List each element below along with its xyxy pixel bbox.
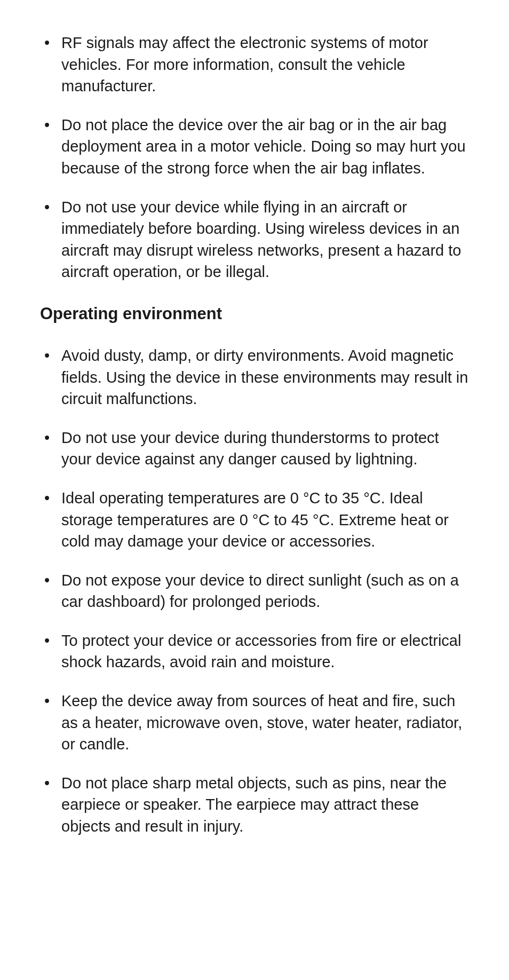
list-item: To protect your device or accessories fr… bbox=[40, 630, 469, 673]
list-item: Do not use your device during thundersto… bbox=[40, 427, 469, 470]
list-item: Ideal operating temperatures are 0 °C to… bbox=[40, 487, 469, 552]
list-item: Do not place the device over the air bag… bbox=[40, 114, 469, 179]
list-item: Avoid dusty, damp, or dirty environments… bbox=[40, 345, 469, 410]
list-item: Keep the device away from sources of hea… bbox=[40, 690, 469, 755]
list-item: Do not use your device while flying in a… bbox=[40, 196, 469, 283]
list-item: Do not expose your device to direct sunl… bbox=[40, 570, 469, 613]
list-item: Do not place sharp metal objects, such a… bbox=[40, 772, 469, 837]
safety-list-1: RF signals may affect the electronic sys… bbox=[40, 32, 469, 283]
list-item: RF signals may affect the electronic sys… bbox=[40, 32, 469, 97]
section-heading-operating-environment: Operating environment bbox=[40, 304, 469, 323]
safety-list-2: Avoid dusty, damp, or dirty environments… bbox=[40, 345, 469, 837]
